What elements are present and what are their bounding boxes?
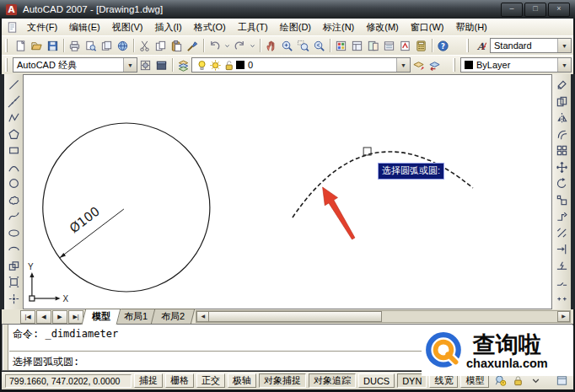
status-osnap-toggle[interactable]: 对象捕捉 [259, 373, 306, 388]
sheet-set-manager-button[interactable] [381, 38, 397, 54]
move-button[interactable] [554, 159, 570, 175]
maximize-button[interactable]: □ [524, 3, 546, 17]
status-otrack-toggle[interactable]: 对象追踪 [309, 373, 356, 388]
tab-scroll-last[interactable]: ▶| [68, 310, 83, 324]
undo-menu-button[interactable] [223, 38, 232, 54]
erase-button[interactable] [554, 77, 570, 93]
status-grid-toggle[interactable]: 栅格 [165, 373, 194, 388]
arc-entity[interactable] [293, 152, 473, 217]
workspace-settings-button[interactable] [137, 57, 153, 73]
menu-help[interactable]: 帮助(H) [450, 19, 493, 35]
ellipse-button[interactable] [6, 225, 22, 241]
rotate-button[interactable] [554, 175, 570, 191]
arc-button[interactable] [6, 159, 22, 175]
new-button[interactable] [13, 38, 29, 54]
redo-menu-button[interactable] [248, 38, 257, 54]
quickcalc-button[interactable] [413, 38, 429, 54]
zoom-window-button[interactable] [295, 38, 311, 54]
scale-button[interactable] [554, 192, 570, 208]
line-button[interactable] [6, 77, 22, 93]
layer-on-toggle[interactable] [196, 59, 208, 72]
layers-manager-button[interactable] [175, 57, 191, 73]
close-button[interactable]: × [548, 3, 570, 17]
tab-0[interactable]: 模型 [82, 309, 121, 325]
markup-set-manager-button[interactable] [397, 38, 413, 54]
point-button[interactable] [6, 291, 22, 307]
revision-cloud-button[interactable] [6, 192, 22, 208]
open-button[interactable] [29, 38, 45, 54]
mirror-button[interactable] [554, 110, 570, 126]
rectangle-button[interactable] [6, 142, 22, 158]
zoom-realtime-button[interactable] [279, 38, 295, 54]
plot-preview-button[interactable] [83, 38, 99, 54]
layer-previous-button[interactable] [427, 57, 443, 73]
make-layer-current-button[interactable] [411, 57, 427, 73]
menu-draw[interactable]: 绘图(D) [274, 19, 317, 35]
layer-lock-toggle[interactable] [223, 59, 235, 72]
combo-arrow-icon[interactable]: ▼ [557, 58, 571, 72]
text-style-combo[interactable]: Standard ▼ [490, 38, 572, 53]
properties-button[interactable] [333, 38, 349, 54]
polygon-button[interactable] [6, 126, 22, 142]
diameter-dimension[interactable]: Ø100 [60, 203, 124, 258]
toolbar-grip[interactable] [466, 39, 472, 52]
layer-color-swatch[interactable] [236, 61, 245, 69]
menu-file[interactable]: 文件(F) [21, 19, 63, 35]
join-button[interactable] [554, 291, 570, 307]
publish-button[interactable] [99, 38, 115, 54]
status-ortho-toggle[interactable]: 正交 [196, 373, 225, 388]
toolbar-grip[interactable] [5, 39, 11, 52]
pan-button[interactable] [263, 38, 279, 54]
toolbar-grip[interactable] [5, 58, 11, 72]
insert-block-button[interactable] [6, 258, 22, 274]
menu-view[interactable]: 视图(V) [106, 19, 149, 35]
undo-button[interactable] [207, 38, 223, 54]
offset-button[interactable] [554, 126, 570, 142]
text-style-button[interactable]: A [474, 38, 490, 54]
horizontal-scrollbar[interactable]: ◀ ▶ [196, 310, 571, 323]
command-window-grip[interactable] [3, 325, 8, 370]
copy-button[interactable] [153, 38, 169, 54]
status-polar-toggle[interactable]: 极轴 [228, 373, 256, 388]
layer-combo[interactable]: 0 ▼ [191, 57, 411, 72]
polyline-button[interactable] [6, 110, 22, 126]
circle-entity[interactable] [43, 123, 210, 292]
menu-insert[interactable]: 插入(I) [148, 19, 187, 35]
break-button[interactable] [554, 274, 570, 290]
tab-2[interactable]: 布局2 [151, 309, 196, 325]
designcenter-button[interactable] [349, 38, 365, 54]
drawing-canvas[interactable]: Ø100 Y X 选择圆弧或圆: [23, 74, 552, 309]
copy-object-button[interactable] [554, 94, 570, 110]
scroll-left-icon[interactable]: ◀ [196, 311, 209, 322]
tab-scroll-prev[interactable]: ◀ [36, 310, 51, 324]
status-ducs-toggle[interactable]: DUCS [358, 373, 395, 388]
save-button[interactable] [45, 38, 61, 54]
tool-palettes-button[interactable] [365, 38, 381, 54]
tab-scroll-next[interactable]: ▶ [52, 310, 67, 324]
drawing-doc-icon-slot[interactable] [4, 19, 20, 35]
plot-button[interactable] [67, 38, 83, 54]
spline-button[interactable] [6, 208, 22, 224]
extend-button[interactable] [554, 241, 570, 257]
menu-edit[interactable]: 编辑(E) [63, 19, 106, 35]
array-button[interactable] [554, 142, 570, 158]
stretch-button[interactable] [554, 208, 570, 224]
dwf-button[interactable] [115, 38, 131, 54]
make-block-button[interactable] [6, 274, 22, 290]
coordinates-readout[interactable]: 799.1660, 747.0202, 0.0000 [5, 374, 132, 388]
scrollbar-thumb[interactable] [208, 311, 382, 322]
color-combo[interactable]: ByLayer ▼ [460, 57, 572, 72]
menu-tools[interactable]: 工具(T) [232, 19, 274, 35]
zoom-previous-button[interactable] [311, 38, 327, 54]
menu-window[interactable]: 窗口(W) [405, 19, 450, 35]
ellipse-arc-button[interactable] [6, 241, 22, 257]
trim-button[interactable] [554, 225, 570, 241]
combo-arrow-icon[interactable]: ▼ [557, 39, 571, 52]
redo-button[interactable] [232, 38, 248, 54]
tab-scroll-first[interactable]: |◀ [20, 310, 35, 324]
layer-freeze-toggle[interactable] [209, 59, 222, 72]
construction-line-button[interactable] [6, 94, 22, 110]
scroll-right-icon[interactable]: ▶ [557, 311, 570, 322]
toolbar-grip[interactable] [453, 58, 459, 72]
workspace-combo[interactable]: AutoCAD 经典 ▼ [13, 57, 137, 72]
